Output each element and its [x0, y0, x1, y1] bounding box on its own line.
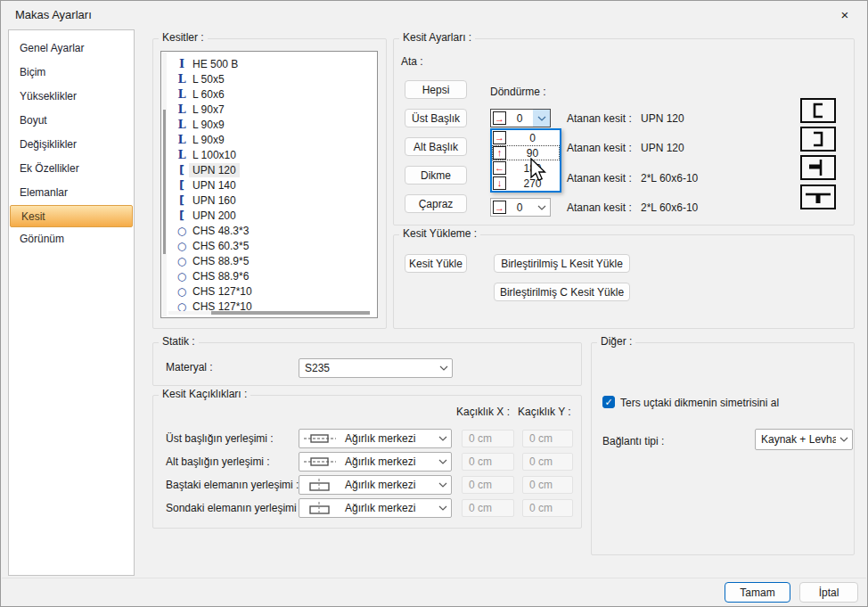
hepsi-button[interactable]: Hepsi — [405, 80, 467, 99]
atanan-kesit-value: 2*L 60x6-10 — [641, 201, 698, 214]
ust-baslik-button[interactable]: Üst Başlık — [405, 109, 467, 127]
alt-baslik-button[interactable]: Alt Başlık — [405, 137, 467, 156]
tamam-button[interactable]: Tamam — [725, 582, 790, 603]
sidebar-item-kesit[interactable]: Kesit — [10, 205, 133, 227]
chevron-down-icon — [435, 453, 451, 471]
sidebar-item-genel-ayarlar[interactable]: Genel Ayarlar — [9, 37, 134, 61]
section-icon — [175, 193, 189, 208]
angle-section-icon[interactable] — [800, 155, 836, 180]
channel-open-left-icon[interactable] — [800, 127, 836, 152]
list-item[interactable]: L 90x7 — [175, 102, 373, 117]
diger-group: Diğer : ✓ Ters uçtaki dikmenin simetrisi… — [591, 342, 855, 555]
channel-open-right-icon[interactable] — [800, 98, 836, 123]
section-icon — [175, 208, 189, 223]
sidebar-item-boyut[interactable]: Boyut — [9, 109, 134, 133]
arrow-right-icon: → — [493, 201, 506, 214]
kaciklik-x-input: 0 cm — [462, 430, 514, 447]
list-item[interactable]: CHS 88.9*5 — [175, 253, 373, 268]
baglanti-tipi-value: Kaynak + Levha — [761, 433, 836, 446]
rotation-value: 0 — [506, 112, 533, 125]
bastaki-elemanin-yerlesimi-label: Baştaki elemanın yerleşimi : — [166, 479, 299, 491]
list-item-selected[interactable]: UPN 120 — [175, 162, 373, 177]
rotation-combo-top[interactable]: → 0 — [490, 109, 551, 127]
member-placement-icon — [302, 501, 338, 515]
simetri-checkbox[interactable]: ✓ — [602, 396, 615, 408]
statik-group: Statik : Materyal : S235 — [152, 342, 582, 386]
bastaki-eleman-yerlesim-combo[interactable]: Ağırlık merkezi — [299, 475, 452, 495]
iptal-button[interactable]: İptal — [799, 582, 858, 603]
chevron-down-icon[interactable] — [533, 199, 550, 216]
rotation-option-180[interactable]: ← 180 — [492, 160, 560, 176]
rotation-combo-bottom[interactable]: → 0 — [490, 198, 551, 217]
kesit-yukleme-group-label: Kesit Yükleme : — [399, 227, 480, 240]
sidebar: Genel Ayarlar Biçim Yükseklikler Boyut D… — [8, 29, 135, 576]
alt-baslik-yerlesim-combo[interactable]: Ağırlık merkezi — [299, 452, 452, 472]
section-icon — [175, 147, 189, 162]
capraz-button[interactable]: Çapraz — [405, 194, 467, 213]
placement-value: Ağırlık merkezi — [338, 502, 435, 514]
diger-group-label: Diğer : — [597, 335, 635, 348]
list-item[interactable]: CHS 60.3*5 — [175, 238, 373, 253]
sidebar-item-ek-ozellikler[interactable]: Ek Özellikler — [9, 157, 134, 181]
kaciklik-y-header: Kaçıklık Y : — [518, 406, 571, 418]
vertical-scrollbar-thumb[interactable] — [163, 110, 166, 254]
dialog-title: Makas Ayarları — [15, 8, 92, 21]
section-icon — [175, 102, 189, 117]
list-item[interactable]: UPN 140 — [175, 177, 373, 193]
horizontal-scrollbar-thumb[interactable] — [211, 311, 370, 315]
kaciklik-y-input: 0 cm — [522, 476, 573, 494]
kaciklik-x-input: 0 cm — [462, 476, 514, 494]
list-item-label: L 50x5 — [189, 72, 228, 86]
list-item[interactable]: UPN 200 — [175, 208, 373, 223]
section-icon — [175, 162, 189, 177]
list-item[interactable]: CHS 88.9*6 — [175, 268, 373, 283]
chevron-down-icon[interactable] — [533, 110, 550, 127]
ust-baslik-yerlesim-combo[interactable]: Ağırlık merkezi — [299, 429, 452, 448]
rotation-option-label: 0 — [506, 132, 559, 144]
rotation-option-270[interactable]: ↓ 270 — [492, 176, 560, 191]
mouse-cursor — [530, 158, 548, 183]
list-item[interactable]: L 50x5 — [175, 71, 373, 86]
baglanti-tipi-label: Bağlantı tipi : — [602, 435, 664, 447]
close-icon[interactable]: × — [835, 6, 855, 24]
rotation-option-0[interactable]: → 0 — [492, 130, 560, 145]
kaciklik-y-input: 0 cm — [522, 499, 573, 517]
sidebar-item-bicim[interactable]: Biçim — [9, 61, 134, 85]
sidebar-item-gorunum[interactable]: Görünüm — [9, 227, 134, 251]
flange-placement-icon — [302, 432, 338, 445]
kaciklik-x-header: Kaçıklık X : — [456, 406, 510, 418]
atanan-kesit-label: Atanan kesit : — [567, 142, 632, 154]
materyal-combo[interactable]: S235 — [299, 358, 453, 378]
sections-list[interactable]: HE 500 B L 50x5 L 60x6 L 90x7 L 90x9 L 9… — [160, 51, 378, 318]
list-item[interactable]: UPN 160 — [175, 193, 373, 208]
list-item-label: L 90x7 — [189, 103, 228, 117]
rotation-option-90[interactable]: ↑ 90 — [492, 145, 560, 160]
list-horizontal-scrollbar[interactable] — [168, 311, 370, 315]
list-item[interactable]: CHS 127*10 — [175, 283, 373, 299]
list-item-label: CHS 88.9*5 — [189, 254, 252, 268]
dikme-button[interactable]: Dikme — [405, 166, 467, 185]
kesit-yukle-button[interactable]: Kesit Yükle — [405, 254, 467, 273]
chevron-down-icon — [436, 359, 452, 377]
list-item[interactable]: CHS 48.3*3 — [175, 223, 373, 238]
birlestirilmis-l-kesit-yukle-button[interactable]: Birleştirilmiş L Kesit Yükle — [494, 254, 630, 273]
list-item-label: CHS 60.3*5 — [189, 239, 252, 253]
birlestirilmis-c-kesit-yukle-button[interactable]: Birleştirilmiş C Kesit Yükle — [494, 283, 630, 301]
sidebar-item-degisiklikler[interactable]: Değişiklikler — [9, 133, 134, 157]
list-item[interactable]: L 60x6 — [175, 86, 373, 102]
atanan-kesit-label: Atanan kesit : — [567, 112, 632, 125]
makas-ayarlari-dialog: Makas Ayarları × Genel Ayarlar Biçim Yük… — [0, 0, 868, 607]
list-item[interactable]: L 90x9 — [175, 132, 373, 147]
list-item[interactable]: L 100x10 — [175, 147, 373, 162]
kesitler-group: Kesitler : HE 500 B L 50x5 L 60x6 L 90x7… — [152, 38, 387, 329]
simetri-checkbox-label[interactable]: Ters uçtaki dikmenin simetrisini al — [620, 397, 779, 409]
list-vertical-scrollbar[interactable] — [162, 53, 167, 316]
sondaki-eleman-yerlesim-combo[interactable]: Ağırlık merkezi — [299, 498, 452, 518]
sidebar-item-elemanlar[interactable]: Elemanlar — [9, 181, 134, 205]
tee-section-icon[interactable] — [800, 185, 836, 209]
list-item[interactable]: HE 500 B — [175, 56, 373, 71]
list-item[interactable]: L 90x9 — [175, 117, 373, 132]
baglanti-tipi-combo[interactable]: Kaynak + Levha — [755, 429, 853, 450]
sidebar-item-yukseklikler[interactable]: Yükseklikler — [9, 85, 134, 109]
list-item-label: HE 500 B — [189, 57, 242, 71]
